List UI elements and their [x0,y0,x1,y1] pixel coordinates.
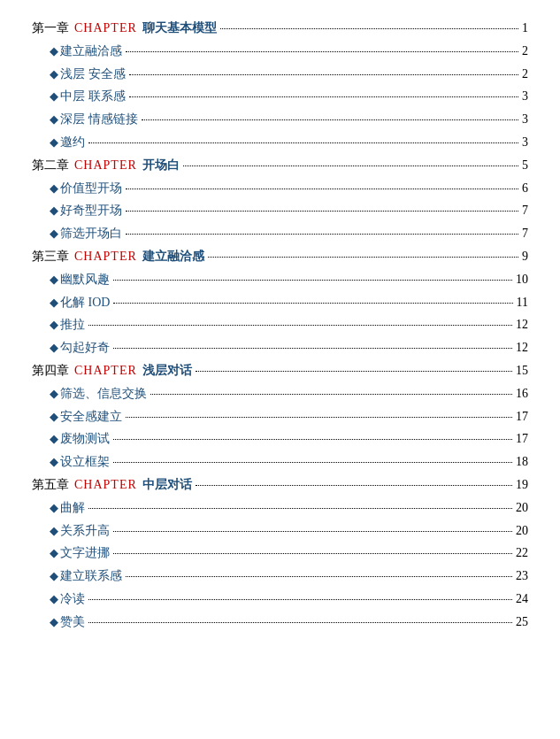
sub-item-dots [150,394,512,395]
sub-bullet-icon: ◆ [50,42,58,61]
chapter-name: 建立融洽感 [142,250,204,263]
chapter-keyword: CHAPTER [74,364,137,377]
sub-item-row: ◆废物测试17 [32,428,528,450]
chapter-title: 第一章CHAPTER聊天基本模型 [32,18,217,39]
sub-item-title: 深层 情感链接 [60,109,138,130]
sub-bullet-icon: ◆ [50,270,58,289]
sub-item-title: 好奇型开场 [60,200,122,221]
sub-bullet-icon: ◆ [50,407,58,427]
sub-item-page: 12 [516,337,528,358]
chapter-num: 第四章 [32,364,69,377]
chapter-row: 第四章CHAPTER浅层对话15 [32,360,528,381]
chapter-row: 第二章CHAPTER开场白5 [32,155,528,176]
sub-item-dots [142,119,519,120]
sub-item-page: 22 [516,543,528,564]
sub-item-dots [126,576,512,577]
sub-bullet-icon: ◆ [50,543,58,563]
sub-bullet-icon: ◆ [50,612,58,632]
sub-item-page: 20 [516,520,528,542]
sub-item-row: ◆深层 情感链接3 [32,109,528,130]
sub-bullet-icon: ◆ [50,452,58,472]
sub-bullet-icon: ◆ [50,201,58,220]
sub-item-title: 中层 联系感 [60,86,126,107]
sub-item-page: 2 [522,64,528,85]
table-of-contents: 第一章CHAPTER聊天基本模型1◆建立融洽感2◆浅层 安全感2◆中层 联系感3… [32,18,528,633]
sub-item-dots [88,325,512,326]
sub-item-dots [88,142,518,143]
chapter-name: 开场白 [142,158,180,172]
sub-item-dots [129,96,519,97]
sub-item-title: 废物测试 [60,428,110,450]
sub-bullet-icon: ◆ [50,338,58,358]
sub-item-title: 安全感建立 [60,406,122,427]
chapter-row: 第一章CHAPTER聊天基本模型1 [32,18,528,39]
sub-item-row: ◆化解 IOD11 [32,292,528,313]
sub-bullet-icon: ◆ [50,429,58,449]
sub-bullet-icon: ◆ [50,384,58,404]
sub-item-dots [113,531,512,532]
sub-item-row: ◆冷读24 [32,589,528,610]
sub-item-dots [88,599,512,600]
chapter-page: 15 [516,360,528,381]
sub-item-title: 赞美 [60,612,85,633]
chapter-dots [196,485,512,486]
sub-item-row: ◆赞美25 [32,612,528,633]
sub-bullet-icon: ◆ [50,498,58,518]
sub-item-title: 邀约 [60,132,85,153]
sub-item-dots [113,280,512,281]
sub-item-row: ◆筛选开场白7 [32,223,528,244]
chapter-title: 第三章CHAPTER建立融洽感 [32,246,204,267]
sub-item-row: ◆关系升高20 [32,520,528,542]
sub-item-dots [113,439,512,440]
chapter-title: 第五章CHAPTER中层对话 [32,474,192,496]
chapter-page: 19 [516,474,528,496]
chapter-row: 第三章CHAPTER建立融洽感9 [32,246,528,267]
chapter-keyword: CHAPTER [74,478,137,491]
sub-item-row: ◆邀约3 [32,132,528,153]
sub-item-dots [126,189,518,189]
sub-item-row: ◆建立联系感23 [32,566,528,587]
sub-item-page: 25 [516,612,528,633]
sub-item-row: ◆推拉12 [32,314,528,335]
chapter-num: 第三章 [32,250,69,263]
sub-bullet-icon: ◆ [50,179,58,198]
sub-bullet-icon: ◆ [50,87,58,106]
sub-item-page: 12 [516,314,528,335]
sub-item-title: 文字进挪 [60,543,110,564]
sub-item-title: 冷读 [60,589,85,610]
sub-item-title: 筛选、信息交换 [60,383,147,404]
sub-item-page: 7 [522,200,528,221]
chapter-dots [208,257,518,258]
sub-bullet-icon: ◆ [50,293,58,312]
sub-item-page: 20 [516,497,528,519]
sub-item-dots [113,303,512,304]
sub-item-row: ◆幽默风趣10 [32,269,528,290]
chapter-page: 9 [522,246,528,267]
sub-bullet-icon: ◆ [50,224,58,243]
sub-item-page: 24 [516,589,528,610]
sub-item-page: 16 [516,383,528,404]
chapter-name: 聊天基本模型 [142,21,217,35]
chapter-keyword: CHAPTER [74,158,137,172]
sub-item-title: 筛选开场白 [60,223,122,244]
sub-item-row: ◆设立框架18 [32,451,528,473]
chapter-keyword: CHAPTER [74,250,137,263]
sub-item-page: 11 [517,292,528,313]
sub-item-page: 3 [522,109,528,130]
sub-item-dots [126,51,518,52]
sub-item-dots [88,622,512,623]
sub-bullet-icon: ◆ [50,315,58,335]
sub-item-dots [126,234,518,235]
chapter-page: 5 [522,155,528,176]
sub-bullet-icon: ◆ [50,65,58,84]
sub-item-dots [129,74,519,75]
sub-item-row: ◆曲解20 [32,497,528,519]
sub-item-dots [126,417,512,418]
sub-item-row: ◆筛选、信息交换16 [32,383,528,404]
sub-item-page: 7 [522,223,528,244]
sub-item-page: 6 [522,178,528,199]
sub-bullet-icon: ◆ [50,133,58,152]
chapter-page: 1 [522,18,528,39]
chapter-num: 第五章 [32,478,69,491]
sub-item-title: 浅层 安全感 [60,64,126,85]
